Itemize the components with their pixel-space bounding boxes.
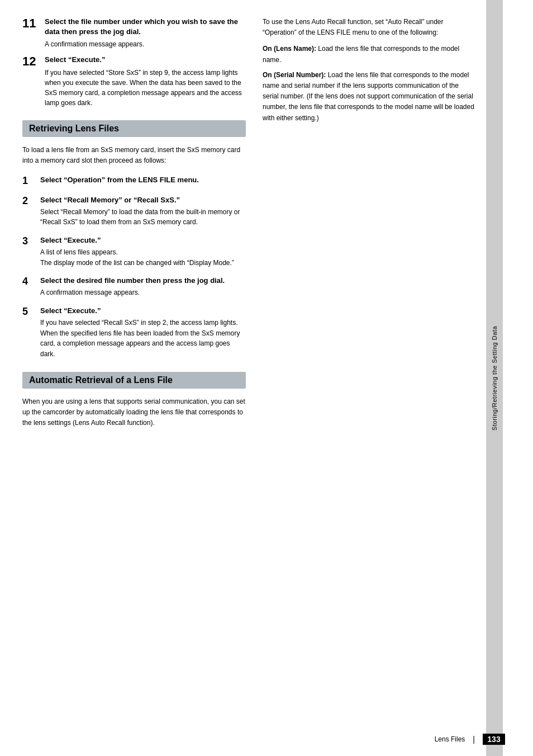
step-12-body: If you have selected “Store SxS” in step… [45, 68, 246, 108]
step-r5-title: Select “Execute.” [40, 306, 246, 316]
page-footer: Lens Files | 133 [435, 734, 505, 745]
step-r3-title: Select “Execute.” [40, 235, 246, 245]
section-auto-header: Automatic Retrieval of a Lens File [22, 372, 246, 389]
step-r5: 5 Select “Execute.” If you have selected… [22, 306, 246, 360]
right-column: To use the Lens Auto Recall function, se… [263, 17, 475, 437]
step-r5-content: Select “Execute.” If you have selected “… [40, 306, 246, 360]
step-r2-body: Select “Recall Memory” to load the data … [40, 207, 246, 228]
step-r5-body: If you have selected “Recall SxS” in ste… [40, 318, 246, 359]
step-r4: 4 Select the desired file number then pr… [22, 276, 246, 298]
step-r4-number: 4 [22, 276, 40, 288]
step-12-title: Select “Execute.” [45, 55, 246, 65]
right-item-serial-number: On (Serial Number): Load the lens file t… [263, 70, 475, 124]
section-auto-intro: When you are using a lens that supports … [22, 396, 246, 429]
step-r3-number: 3 [22, 235, 40, 248]
step-r1: 1 Select “Operation” from the LENS FILE … [22, 175, 246, 187]
step-r4-content: Select the desired file number then pres… [40, 276, 246, 298]
step-r3-content: Select “Execute.” A list of lens files a… [40, 235, 246, 268]
right-item-lens-name: On (Lens Name): Load the lens file that … [263, 44, 475, 65]
right-item-lens-name-label: On (Lens Name): [263, 45, 316, 53]
step-r1-content: Select “Operation” from the LENS FILE me… [40, 175, 246, 185]
step-12-number: 12 [22, 55, 45, 68]
main-content: 11 Select the file number under which yo… [0, 0, 486, 756]
step-r1-number: 1 [22, 175, 40, 187]
section-retrieving-header: Retrieving Lens Files [22, 120, 246, 137]
sidebar-label: Storing/Retrieving the Setting Data [491, 326, 498, 431]
sidebar: Storing/Retrieving the Setting Data [486, 0, 503, 756]
step-r5-number: 5 [22, 306, 40, 318]
two-column-layout: 11 Select the file number under which yo… [22, 17, 475, 437]
step-r2-content: Select “Recall Memory” or “Recall SxS.” … [40, 195, 246, 228]
right-item-serial-number-label: On (Serial Number): [263, 71, 326, 79]
left-column: 11 Select the file number under which yo… [22, 17, 246, 437]
page-number: 133 [483, 734, 505, 745]
step-11-title: Select the file number under which you w… [45, 17, 246, 37]
step-r3: 3 Select “Execute.” A list of lens files… [22, 235, 246, 268]
step-r2-number: 2 [22, 195, 40, 207]
footer-text: Lens Files [435, 735, 465, 743]
step-r4-title: Select the desired file number then pres… [40, 276, 246, 286]
step-r2: 2 Select “Recall Memory” or “Recall SxS.… [22, 195, 246, 228]
right-intro: To use the Lens Auto Recall function, se… [263, 17, 475, 38]
step-11: 11 Select the file number under which yo… [22, 17, 246, 49]
step-r3-body: A list of lens files appears. The displa… [40, 247, 246, 268]
step-11-body: A confirmation message appears. [45, 39, 246, 49]
step-12-content: Select “Execute.” If you have selected “… [45, 55, 246, 107]
step-11-number: 11 [22, 17, 45, 30]
step-12: 12 Select “Execute.” If you have selecte… [22, 55, 246, 107]
step-r2-title: Select “Recall Memory” or “Recall SxS.” [40, 195, 246, 205]
section-auto-title: Automatic Retrieval of a Lens File [29, 375, 239, 385]
step-11-content: Select the file number under which you w… [45, 17, 246, 49]
step-r4-body: A confirmation message appears. [40, 287, 246, 298]
step-r1-title: Select “Operation” from the LENS FILE me… [40, 175, 246, 185]
section-retrieving-intro: To load a lens file from an SxS memory c… [22, 145, 246, 166]
section-retrieving-title: Retrieving Lens Files [29, 124, 239, 134]
page-container: 11 Select the file number under which yo… [0, 0, 533, 756]
